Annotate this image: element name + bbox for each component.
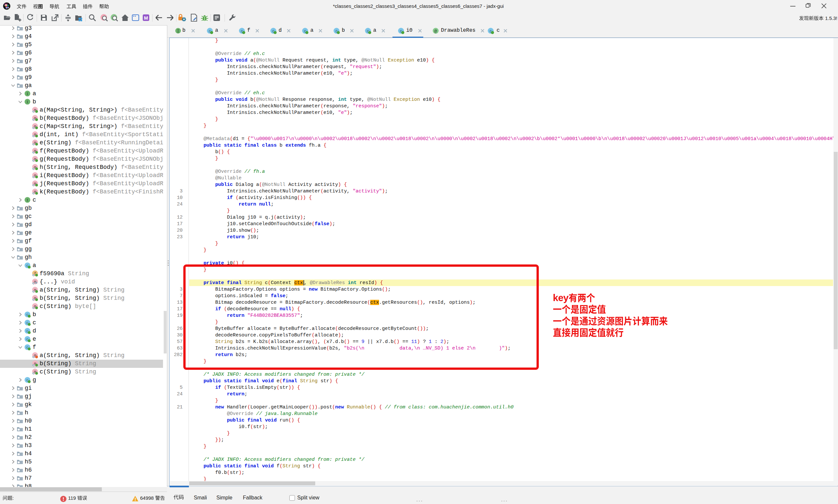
svg-text:I: I bbox=[177, 29, 179, 34]
svg-text:I: I bbox=[26, 100, 29, 104]
svg-text:I: I bbox=[26, 92, 29, 96]
svg-text:DX: DX bbox=[6, 6, 9, 9]
svg-text:@: @ bbox=[434, 29, 437, 34]
svg-text:I: I bbox=[26, 198, 29, 202]
svg-text:M: M bbox=[144, 15, 148, 21]
